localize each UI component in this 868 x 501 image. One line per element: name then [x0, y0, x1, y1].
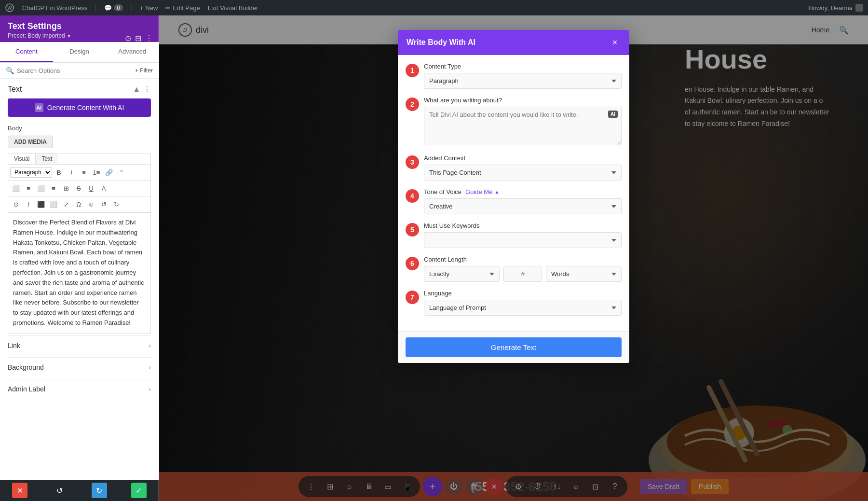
step-2-row: 2 What are you writing about? AI: [406, 97, 622, 147]
add-media-button[interactable]: ADD MEDIA: [8, 136, 53, 148]
search-options-input[interactable]: [17, 67, 132, 74]
writing-about-label: What are you writing about?: [424, 97, 622, 104]
generate-content-button[interactable]: AI Generate Content With AI: [8, 98, 151, 117]
generate-text-button[interactable]: Generate Text: [406, 337, 622, 357]
collapse-icon[interactable]: ▲: [133, 85, 140, 94]
confirm-button[interactable]: ✓: [131, 483, 147, 498]
language-field: Language Language of Prompt English Span…: [424, 290, 622, 316]
paste-button[interactable]: ⊙: [10, 198, 22, 210]
writing-about-textarea[interactable]: [424, 107, 622, 145]
admin-label-section[interactable]: Admin Label ›: [8, 379, 151, 399]
visual-tab[interactable]: Visual: [8, 153, 36, 164]
writing-textarea-wrapper: AI: [424, 107, 622, 147]
justify-button[interactable]: ≡: [48, 182, 59, 194]
sidebar-header-controls: ⊙ ⊟ ⋮: [125, 34, 153, 43]
length-number-input[interactable]: [503, 266, 542, 282]
tab-design[interactable]: Design: [53, 42, 106, 62]
italic-button[interactable]: I: [66, 167, 77, 178]
guide-me-link[interactable]: Guide Me ▲: [465, 188, 499, 195]
align-left-button[interactable]: ⬜: [10, 182, 22, 194]
svg-text:W: W: [7, 5, 12, 11]
reset-button[interactable]: ↺: [52, 483, 67, 498]
content-type-select[interactable]: Paragraph List Heading Quote: [424, 73, 622, 89]
step-4-row: 4 Tone of Voice Guide Me ▲ Creative: [406, 188, 622, 214]
words-select[interactable]: Words Sentences Paragraphs: [546, 266, 622, 282]
link-button[interactable]: 🔗: [103, 167, 115, 178]
exactly-select[interactable]: Exactly At Least At Most: [424, 266, 500, 282]
editor-body[interactable]: Discover the Perfect Blend of Flavors at…: [8, 212, 151, 334]
main-area: D divi Home 🔍 House en House. Indulge in…: [159, 15, 868, 501]
bold-button[interactable]: B: [53, 167, 65, 178]
redo-button[interactable]: ↻: [110, 198, 122, 210]
filter-button[interactable]: + Filter: [135, 67, 153, 74]
section-controls: ▲ ⋮: [133, 84, 151, 94]
text-color-button[interactable]: A: [98, 182, 109, 194]
edit-page-link[interactable]: ✏ Edit Page: [165, 4, 200, 12]
content-length-label: Content Length: [424, 256, 622, 263]
tone-of-voice-label: Tone of Voice: [424, 188, 461, 195]
step-1-badge: 1: [406, 64, 419, 77]
editor-toolbar-row1: Paragraph B I ≡ 1≡ 🔗 ": [8, 164, 151, 180]
undo-button[interactable]: ↺: [98, 198, 109, 210]
separator1: |: [95, 4, 96, 11]
added-context-field: Added Context This Page Content None Cus…: [424, 154, 622, 181]
writing-about-field: What are you writing about? AI: [424, 97, 622, 147]
sidebar-content: Text ▲ ⋮ AI Generate Content With AI Bod…: [0, 79, 159, 480]
guide-me-arrow-icon: ▲: [494, 189, 499, 195]
special-char-button[interactable]: Ω: [73, 198, 84, 210]
background-section[interactable]: Background ›: [8, 357, 151, 377]
align-center-button[interactable]: ≡: [23, 182, 34, 194]
wp-logo-icon[interactable]: W: [5, 3, 14, 13]
ai-badge: AI: [608, 111, 618, 118]
language-label: Language: [424, 290, 622, 297]
sidebar-header: Text Settings Preset: Body imported ▼ ⊙ …: [0, 15, 159, 42]
redo-action-button[interactable]: ↻: [92, 483, 107, 498]
wp-admin-bar: W ChatGPT in WordPress | 💬 0 | + New ✏ E…: [0, 0, 868, 15]
columns-icon[interactable]: ⊟: [135, 34, 141, 43]
modal-header: Write Body With AI ×: [398, 30, 629, 55]
ordered-list-button[interactable]: 1≡: [91, 167, 102, 178]
step-7-badge: 7: [406, 291, 419, 304]
tab-content[interactable]: Content: [0, 42, 53, 62]
language-select[interactable]: Language of Prompt English Spanish Frenc…: [424, 300, 622, 316]
content-length-field: Content Length Exactly At Least At Most …: [424, 256, 622, 282]
sidebar-bottom-bar: ✕ ↺ ↻ ✓: [0, 480, 159, 501]
modal-close-button[interactable]: ×: [609, 37, 621, 48]
app-layout: Text Settings Preset: Body imported ▼ ⊙ …: [0, 15, 868, 501]
step-3-badge: 3: [406, 155, 419, 169]
table-button[interactable]: ⊞: [60, 182, 72, 194]
link-section[interactable]: Link ›: [8, 335, 151, 355]
exit-vb-link[interactable]: Exit Visual Builder: [208, 4, 258, 12]
step-6-row: 6 Content Length Exactly At Least At Mos…: [406, 256, 622, 282]
indent-button[interactable]: ⬛: [35, 198, 47, 210]
new-link[interactable]: + New: [140, 4, 158, 12]
responsive-icon[interactable]: ⊙: [125, 34, 131, 43]
text-section-title: Text: [8, 85, 22, 94]
tab-advanced[interactable]: Advanced: [106, 42, 159, 62]
paragraph-select[interactable]: Paragraph: [10, 167, 52, 178]
quote-button[interactable]: ": [116, 167, 127, 178]
underline-button[interactable]: U: [85, 182, 97, 194]
more-options-icon[interactable]: ⋮: [145, 34, 153, 43]
keywords-input[interactable]: [424, 232, 622, 248]
site-name-link[interactable]: ChatGPT in WordPress: [22, 4, 87, 12]
write-body-modal: Write Body With AI × 1 Content Type Para…: [398, 30, 629, 363]
background-section-arrow: ›: [149, 363, 151, 371]
unordered-list-button[interactable]: ≡: [78, 167, 90, 178]
step-3-row: 3 Added Context This Page Content None C…: [406, 154, 622, 181]
tone-of-voice-select[interactable]: Creative Professional Casual Formal: [424, 198, 622, 214]
align-right-button[interactable]: ⬜: [35, 182, 47, 194]
user-avatar: [855, 4, 863, 12]
added-context-select[interactable]: This Page Content None Custom: [424, 165, 622, 181]
section-more-icon[interactable]: ⋮: [143, 84, 151, 94]
fullscreen-button[interactable]: ⤢: [60, 198, 72, 210]
preset-arrow: ▼: [67, 33, 71, 39]
emoji-button[interactable]: ☺: [85, 198, 97, 210]
strikethrough-button[interactable]: S: [73, 182, 84, 194]
text-tab[interactable]: Text: [36, 153, 58, 164]
comments-link[interactable]: 💬 0: [104, 4, 122, 12]
comment-count: 0: [114, 4, 122, 11]
italic2-button[interactable]: I: [23, 198, 34, 210]
cancel-button[interactable]: ✕: [12, 483, 27, 498]
outdent-button[interactable]: ⬜: [48, 198, 59, 210]
